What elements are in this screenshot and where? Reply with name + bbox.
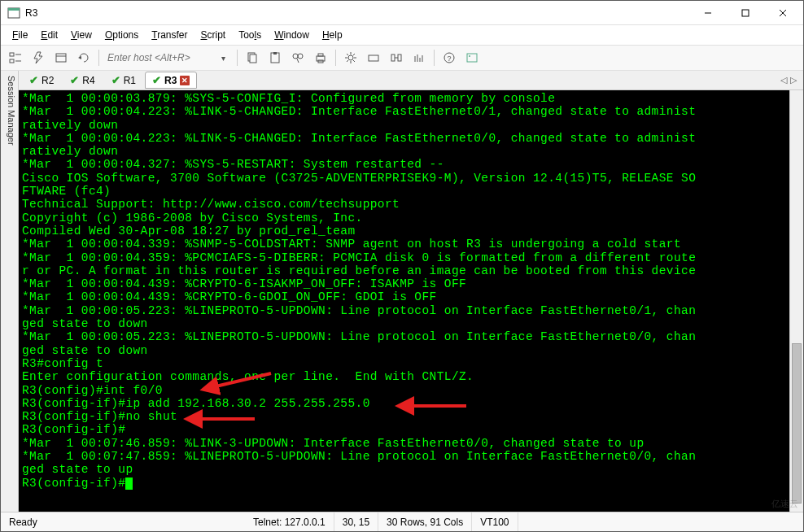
menu-window[interactable]: Window — [269, 28, 314, 42]
svg-rect-17 — [273, 52, 277, 55]
menu-tools[interactable]: Tools — [234, 28, 266, 42]
menu-view[interactable]: View — [66, 28, 97, 42]
svg-point-19 — [298, 54, 303, 59]
tab-label: R4 — [82, 75, 94, 86]
options-icon[interactable] — [341, 48, 360, 68]
tab-r2[interactable]: ✔R2 — [22, 72, 61, 89]
x11-icon[interactable] — [409, 48, 429, 68]
host-dropdown-icon[interactable]: ▾ — [221, 54, 232, 63]
tab-r4[interactable]: ✔R4 — [63, 72, 102, 89]
close-button[interactable] — [764, 1, 802, 25]
window-title: R3 — [25, 7, 689, 19]
host-input[interactable] — [104, 50, 218, 65]
status-term-type: VT100 — [472, 512, 518, 531]
status-size: 30 Rows, 91 Cols — [378, 512, 472, 531]
connect-tab-icon[interactable] — [51, 48, 71, 68]
menu-script[interactable]: Script — [196, 28, 231, 42]
svg-rect-38 — [398, 55, 401, 61]
svg-text:?: ? — [447, 55, 451, 63]
find-icon[interactable] — [288, 48, 308, 68]
tab-r1[interactable]: ✔R1 — [104, 72, 143, 89]
svg-point-18 — [293, 54, 298, 59]
tab-r3[interactable]: ✔R3✕ — [145, 72, 197, 89]
svg-rect-22 — [318, 54, 323, 56]
svg-rect-46 — [467, 54, 477, 62]
tab-label: R1 — [124, 75, 136, 86]
app-icon — [7, 7, 20, 20]
svg-rect-33 — [369, 55, 378, 61]
svg-rect-1 — [8, 8, 20, 11]
python-icon[interactable] — [462, 48, 482, 68]
tab-label: R2 — [42, 75, 54, 86]
quick-connect-icon[interactable] — [28, 48, 48, 68]
menu-options[interactable]: Options — [100, 28, 143, 42]
svg-rect-15 — [250, 55, 256, 63]
status-cursor-pos: 30, 15 — [334, 512, 378, 531]
close-tab-icon[interactable]: ✕ — [180, 76, 190, 85]
session-manager-sidebar[interactable]: Session Manager — [1, 71, 19, 512]
svg-line-32 — [353, 54, 355, 55]
print-icon[interactable] — [311, 48, 330, 68]
reconnect-icon[interactable] — [74, 48, 94, 68]
status-ready: Ready — [1, 512, 245, 531]
check-icon: ✔ — [70, 74, 79, 86]
scrollbar-thumb[interactable] — [792, 343, 802, 504]
svg-line-30 — [353, 60, 355, 62]
check-icon: ✔ — [29, 74, 38, 86]
svg-point-24 — [348, 55, 353, 60]
menu-transfer[interactable]: Transfer — [146, 28, 192, 42]
tabstrip: ✔R2 ✔R4 ✔R1 ✔R3✕ ◁ ▷ — [19, 71, 803, 90]
window-titlebar: R3 — [1, 1, 803, 25]
svg-rect-7 — [10, 59, 14, 63]
maximize-button[interactable] — [727, 1, 764, 25]
status-connection: Telnet: 127.0.0.1 — [245, 512, 334, 531]
svg-rect-6 — [10, 53, 14, 56]
session-mgr-icon[interactable] — [6, 48, 25, 68]
tab-label: R3 — [164, 75, 177, 86]
svg-line-20 — [297, 59, 299, 63]
menubar: File Edit View Options Transfer Script T… — [1, 25, 803, 45]
port-forward-icon[interactable] — [387, 48, 406, 68]
paste-icon[interactable] — [265, 48, 285, 68]
menu-file[interactable]: File — [7, 28, 33, 42]
help-icon[interactable]: ? — [439, 48, 459, 68]
menu-edit[interactable]: Edit — [36, 28, 63, 42]
svg-marker-10 — [34, 52, 42, 63]
toolbar: ▾ ? — [1, 45, 803, 71]
minimize-button[interactable] — [689, 1, 727, 25]
check-icon: ✔ — [152, 74, 161, 86]
svg-point-47 — [469, 55, 470, 57]
svg-rect-37 — [391, 55, 395, 61]
tab-scroll-left-icon[interactable]: ◁ — [780, 75, 787, 85]
keymap-icon[interactable] — [364, 48, 383, 68]
vertical-scrollbar[interactable] — [789, 90, 803, 512]
svg-rect-11 — [56, 54, 66, 62]
svg-line-29 — [347, 54, 348, 55]
sidebar-label: Session Manager — [7, 76, 16, 146]
copy-icon[interactable] — [243, 48, 262, 68]
tab-scroll-right-icon[interactable]: ▷ — [790, 75, 797, 85]
svg-line-31 — [347, 60, 348, 62]
statusbar: Ready Telnet: 127.0.0.1 30, 15 30 Rows, … — [1, 512, 803, 531]
svg-rect-3 — [742, 10, 749, 16]
watermark: 亿速云 — [771, 498, 798, 510]
terminal-output[interactable]: *Mar 1 00:00:03.879: %SYS-5-CONFIG_I: Co… — [19, 90, 789, 512]
check-icon: ✔ — [111, 74, 120, 86]
menu-help[interactable]: Help — [317, 28, 347, 42]
